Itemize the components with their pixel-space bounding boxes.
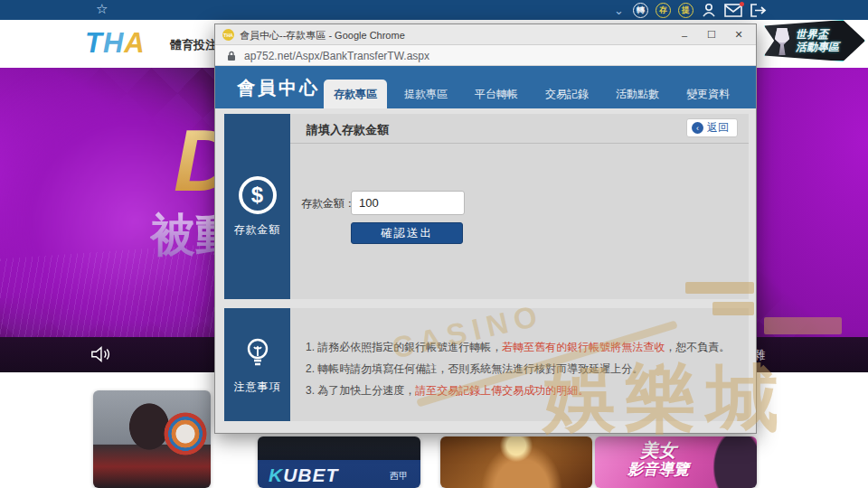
trophy-icon [774, 28, 790, 55]
minimize-button[interactable]: – [671, 24, 698, 45]
maximize-button[interactable]: ☐ [698, 24, 725, 45]
deposit-icon[interactable]: 存 [656, 3, 671, 18]
back-button[interactable]: ‹ 返回 [686, 118, 738, 137]
beauty-card-title: 美女 影音導覽 [627, 440, 689, 480]
account-icon-row: ⌄ 轉 存 提 [614, 0, 767, 20]
favorite-star-icon[interactable]: ☆ [96, 1, 108, 17]
window-title: 會員中心--存款專區 - Google Chrome [240, 29, 405, 42]
deposit-section-title: 請填入存款金額 [307, 122, 389, 138]
window-controls: – ☐ ✕ [671, 24, 752, 45]
lightbulb-icon [240, 335, 276, 371]
tab-platform-transfer[interactable]: 平台轉帳 [465, 80, 528, 108]
promo-card-golden[interactable] [440, 436, 592, 488]
deposit-sidebar-label: 存款金額 [234, 222, 281, 238]
notes-sidebar: 注意事項 [224, 308, 290, 421]
member-center-header: 會員中心 存款專區 提款專區 平台轉帳 交易記錄 活動點數 變更資料 [215, 66, 756, 108]
dollar-icon: $ [239, 176, 277, 214]
note-item-3: 3. 為了加快上分速度，請至交易記錄上傳交易成功的明細。 [306, 383, 589, 399]
promo-card-girl-soccer[interactable] [93, 390, 211, 488]
member-center-title: 會員中心 [237, 76, 320, 100]
lock-icon [227, 51, 236, 61]
deposit-section-header: 請填入存款金額 ‹ 返回 [290, 114, 749, 144]
member-center-popup-window: THA 會員中心--存款專區 - Google Chrome – ☐ ✕ ap7… [214, 23, 757, 434]
tab-transaction-history[interactable]: 交易記錄 [535, 80, 599, 108]
kubet-logo: KUBET [269, 465, 338, 486]
unread-dot [740, 2, 744, 6]
url-text: ap752.net/Aspx/BankTransferTW.aspx [244, 50, 429, 62]
back-arrow-icon: ‹ [692, 122, 703, 134]
note-item-1: 1. 請務必依照指定的銀行帳號進行轉帳，若轉至舊有的銀行帳號將無法查收，恕不負責… [306, 340, 730, 355]
member-tabs: 存款專區 提款專區 平台轉帳 交易記錄 活動點數 變更資料 [324, 80, 740, 108]
transfer-icon[interactable]: 轉 [633, 3, 648, 18]
window-titlebar: THA 會員中心--存款專區 - Google Chrome – ☐ ✕ [215, 24, 756, 45]
speaker-icon[interactable] [90, 345, 110, 363]
promo-card-kubet[interactable]: KUBET 西甲 [258, 436, 420, 488]
tab-withdraw[interactable]: 提款專區 [394, 80, 458, 108]
site-logo[interactable]: THA [85, 27, 146, 60]
promo-card-beauty-video[interactable]: 美女 影音導覽 [595, 436, 757, 488]
deposit-sidebar: $ 存款金額 [224, 114, 290, 299]
favicon-icon: THA [222, 29, 234, 41]
nav-item-sports[interactable]: 體育投注 [170, 37, 217, 53]
confirm-submit-button[interactable]: 確認送出 [351, 222, 463, 244]
deposit-main: 請填入存款金額 ‹ 返回 存款金額： 確認送出 [290, 114, 749, 299]
mail-icon[interactable] [724, 4, 742, 17]
top-navigation-bar: ☆ ⌄ 轉 存 提 [0, 0, 868, 20]
notes-section: 注意事項 1. 請務必依照指定的銀行帳號進行轉帳，若轉至舊有的銀行帳號將無法查收… [224, 308, 749, 421]
notes-sidebar-label: 注意事項 [234, 380, 281, 395]
tab-deposit[interactable]: 存款專區 [324, 80, 387, 108]
close-button[interactable]: ✕ [725, 24, 752, 45]
amount-input[interactable] [351, 191, 465, 215]
note-item-2: 2. 轉帳時請勿填寫任何備註，否則系統無法進行核對而導致延遲上分。 [306, 361, 643, 377]
kubet-tag: 西甲 [390, 470, 408, 483]
withdraw-icon[interactable]: 提 [678, 3, 693, 18]
tab-change-profile[interactable]: 變更資料 [676, 80, 740, 108]
address-bar[interactable]: ap752.net/Aspx/BankTransferTW.aspx [215, 45, 756, 66]
deposit-section: $ 存款金額 請填入存款金額 ‹ 返回 存款金額： 確認送出 [224, 114, 749, 299]
amount-field-label: 存款金額： [301, 196, 355, 211]
chevron-down-icon[interactable]: ⌄ [614, 4, 624, 17]
tab-activity-points[interactable]: 活動點數 [606, 80, 669, 108]
notes-main: 1. 請務必依照指定的銀行帳號進行轉帳，若轉至舊有的銀行帳號將無法查收，恕不負責… [290, 308, 749, 421]
profile-icon[interactable] [701, 2, 717, 18]
logout-icon[interactable] [750, 3, 767, 18]
